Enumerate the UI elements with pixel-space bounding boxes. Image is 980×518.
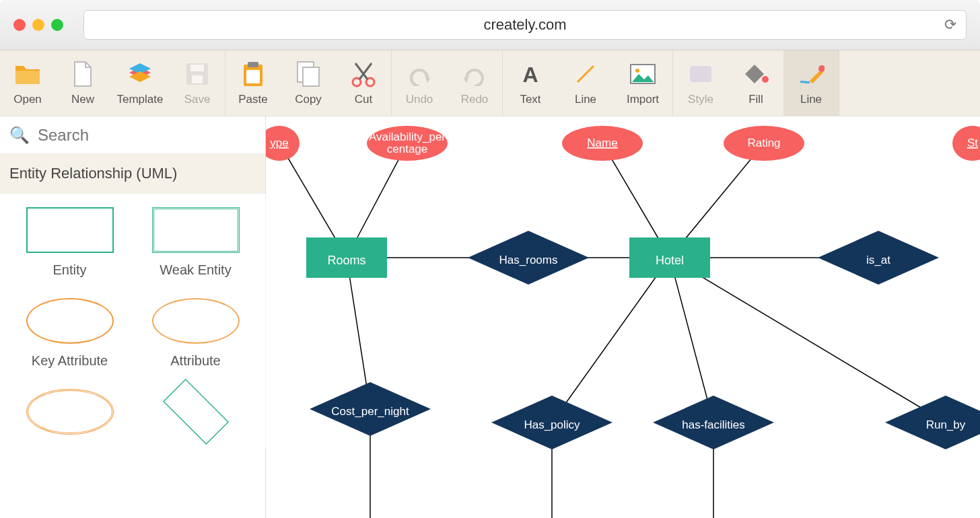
layers-icon [127,61,153,87]
toolbar-label: Template [117,93,164,106]
diagram-canvas[interactable]: ypeAvailability_percentageNameRatingStHa… [266,116,980,518]
image-icon [629,61,656,87]
cut-button[interactable]: Cut [336,50,391,116]
toolbar-label: Undo [406,93,433,106]
category-header[interactable]: Entity Relationship (UML) [0,154,265,194]
svg-point-16 [818,65,825,72]
url-bar[interactable]: creately.com ⟳ [83,10,967,40]
shape-ellipse-attr[interactable]: Attribute [139,298,252,369]
traffic-lights [13,19,63,31]
shape-label: Key Attribute [32,353,108,369]
svg-rect-1 [190,65,204,71]
toolbar-label: New [71,93,94,106]
line-draw-icon [572,61,599,87]
svg-text:Hotel: Hotel [656,254,684,267]
shapes-panel: EntityWeak EntityKey AttributeAttribute [0,194,265,448]
svg-text:Availability_per: Availability_per [369,131,446,143]
svg-text:is_at: is_at [866,254,890,266]
save-icon [184,61,211,87]
text-icon: A [517,61,544,87]
clipboard-icon [240,61,267,87]
svg-point-15 [762,76,769,83]
svg-text:Rating: Rating [747,137,780,149]
relationship-costpernight[interactable]: Cost_per_night [310,382,431,436]
new-button[interactable]: New [55,50,110,116]
toolbar-label: Import [627,93,659,106]
paste-button[interactable]: Paste [225,50,281,116]
rect-weak-preview [152,207,240,253]
open-button[interactable]: Open [0,50,55,116]
toolbar-label: Copy [295,93,322,106]
close-window-icon[interactable] [13,19,26,31]
redo-icon [461,61,488,87]
svg-text:Has_policy: Has_policy [524,418,580,431]
style-button: Style [673,50,728,116]
shape-rect-entity[interactable]: Entity [13,207,126,278]
shape-rect-weak[interactable]: Weak Entity [139,207,252,278]
attribute-st[interactable]: St [952,126,980,161]
relationship-runby[interactable]: Run_by [885,396,980,449]
attribute-rating[interactable]: Rating [724,126,804,161]
browser-chrome: creately.com ⟳ [0,0,980,50]
redo-button: Redo [447,50,502,116]
attribute-avail[interactable]: Availability_percentage [367,126,448,161]
svg-rect-14 [690,66,711,82]
diamond-rel-preview [162,379,228,445]
search-row: 🔍 [0,116,265,154]
template-button[interactable]: Template [110,50,170,116]
svg-text:A: A [522,63,538,86]
svg-text:Has_rooms: Has_rooms [499,254,558,266]
ellipse-attr-preview [152,298,240,344]
copy-button[interactable]: Copy [281,50,336,116]
pencil-icon [798,61,825,87]
entity-rooms[interactable]: Rooms [306,237,387,278]
relationship-haspolicy[interactable]: Has_policy [491,396,612,449]
maximize-window-icon[interactable] [51,19,63,31]
attribute-name[interactable]: Name [562,126,643,161]
shape-label: Attribute [170,353,220,369]
line-button[interactable]: Line [558,50,613,116]
sidebar: 🔍 Entity Relationship (UML) ▲ EntityWeak… [0,116,266,518]
refresh-icon[interactable]: ⟳ [944,16,956,34]
toolbar-label: Line [575,93,596,106]
search-input[interactable] [38,126,256,145]
svg-text:Cost_per_night: Cost_per_night [331,405,409,418]
svg-line-11 [578,66,594,82]
edge[interactable] [670,258,713,422]
style-icon [687,61,714,87]
relationship-hasfacilities[interactable]: has-facilities [653,396,774,449]
ellipse-key-preview [26,298,114,344]
shape-diamond-rel[interactable] [139,389,252,435]
edge[interactable] [552,258,670,422]
svg-rect-2 [192,75,203,83]
rect-entity-preview [26,207,114,253]
relationship-hasrooms[interactable]: Has_rooms [468,231,589,285]
svg-text:Name: Name [587,137,617,149]
svg-text:has-facilities: has-facilities [682,418,745,431]
svg-rect-7 [303,67,319,86]
toolbar-label: Text [520,93,540,106]
line-button[interactable]: Line [783,50,839,116]
toolbar-label: Fill [748,93,763,106]
text-button[interactable]: AText [503,50,558,116]
svg-rect-4 [248,62,258,67]
shape-label: Weak Entity [160,262,231,278]
er-diagram[interactable]: ypeAvailability_percentageNameRatingStHa… [266,116,980,518]
undo-button: Undo [392,50,447,116]
search-icon: 🔍 [9,126,30,145]
attribute-type[interactable]: ype [266,126,300,161]
undo-icon [406,61,433,87]
toolbar-label: Paste [238,93,267,106]
toolbar-label: Open [13,93,42,106]
toolbar: OpenNewTemplateSave PasteCopyCut UndoRed… [0,50,980,116]
relationship-isat[interactable]: is_at [818,231,939,285]
fill-button[interactable]: Fill [728,50,783,116]
shape-ellipse-multi[interactable] [13,389,126,435]
shape-ellipse-key[interactable]: Key Attribute [13,298,126,369]
entity-hotel[interactable]: Hotel [629,237,710,278]
toolbar-label: Line [800,93,822,106]
folder-icon [14,61,41,87]
shape-label: Entity [53,262,86,278]
minimize-window-icon[interactable] [32,19,44,31]
import-button[interactable]: Import [613,50,672,116]
